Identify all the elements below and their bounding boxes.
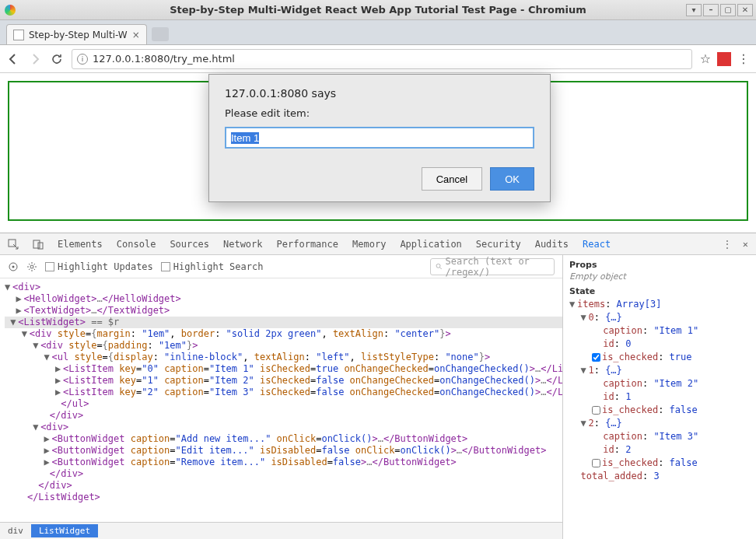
tab-console[interactable]: Console <box>117 239 156 250</box>
tree-line[interactable]: ▶<ButtonWidget caption="Remove item..." … <box>5 457 562 468</box>
props-empty-label: Empty object <box>569 271 750 282</box>
tree-line[interactable]: ▶<TextWidget>…</TextWidget> <box>5 305 562 317</box>
state-row[interactable]: ▼2: {…} <box>569 417 750 430</box>
extension-icon[interactable] <box>717 52 731 66</box>
new-tab-button[interactable] <box>152 27 169 41</box>
svg-point-6 <box>436 264 440 268</box>
state-row: id: 1 <box>569 390 750 404</box>
state-row[interactable]: is_checked: false <box>569 457 750 470</box>
highlight-updates-checkbox[interactable]: Highlight Updates <box>45 261 153 272</box>
tree-line[interactable]: </ListWidget> <box>5 492 562 503</box>
tab-memory[interactable]: Memory <box>352 239 386 250</box>
window-hide-button[interactable]: – <box>703 4 719 16</box>
url-text: 127.0.0.1:8080/try_me.html <box>93 53 235 65</box>
tab-react[interactable]: React <box>583 239 611 250</box>
crumb-listwidget[interactable]: ListWidget <box>31 524 98 537</box>
browser-tab[interactable]: Step-by-Step Multi-W × <box>6 24 147 44</box>
is-checked-checkbox[interactable] <box>592 353 600 362</box>
state-row: caption: "Item 2" <box>569 377 750 390</box>
devtools-menu-icon[interactable]: ⋮ <box>723 239 732 250</box>
tab-network[interactable]: Network <box>223 239 263 250</box>
is-checked-checkbox[interactable] <box>592 459 600 467</box>
svg-point-4 <box>12 265 15 268</box>
breadcrumb: div ListWidget <box>0 522 562 539</box>
state-row: caption: "Item 1" <box>569 324 750 338</box>
tree-line[interactable]: ▼<div> <box>5 422 562 433</box>
state-row[interactable]: ▼0: {…} <box>569 311 750 324</box>
state-row: total_added: 3 <box>569 470 750 483</box>
tree-line[interactable]: ▼<div style={margin: "1em", border: "sol… <box>5 328 562 340</box>
state-row[interactable]: is_checked: true <box>569 351 750 364</box>
tree-line[interactable]: </div> <box>5 468 562 480</box>
tab-application[interactable]: Application <box>400 239 461 250</box>
page-viewport: 127.0.0.1:8080 says Please edit item: Ca… <box>0 73 756 233</box>
highlight-search-checkbox[interactable]: Highlight Search <box>161 261 264 272</box>
tab-security[interactable]: Security <box>476 239 521 250</box>
trace-icon[interactable] <box>8 261 19 272</box>
tab-sources[interactable]: Sources <box>170 239 209 250</box>
favicon-icon <box>13 30 24 40</box>
is-checked-checkbox[interactable] <box>592 406 600 415</box>
tree-line[interactable]: ▶<ButtonWidget caption="Edit item..." is… <box>5 445 562 457</box>
react-devtools-toolbar: Highlight Updates Highlight Search Searc… <box>0 255 562 278</box>
state-row: id: 2 <box>569 443 750 457</box>
dialog-message: Please edit item: <box>225 107 534 119</box>
chrome-menu-button[interactable]: ⋮ <box>737 51 750 66</box>
tree-line[interactable]: ▶<ButtonWidget caption="Add new item..."… <box>5 433 562 445</box>
tree-line[interactable]: ▼<ul style={display: "inline-block", tex… <box>5 352 562 363</box>
react-component-tree[interactable]: ▼<div> ▶<HelloWidget>…</HelloWidget> ▶<T… <box>0 278 562 522</box>
tree-line[interactable]: ▶<ListItem key="2" caption="Item 3" isCh… <box>5 387 562 398</box>
tree-line[interactable]: </div> <box>5 410 562 422</box>
settings-gear-icon[interactable] <box>26 261 37 272</box>
window-title: Step-by-Step Multi-Widget React Web App … <box>170 4 586 16</box>
arrow-right-icon <box>29 53 41 65</box>
ok-button[interactable]: OK <box>490 167 534 191</box>
state-row[interactable]: ▼1: {…} <box>569 364 750 377</box>
devtools-close-icon[interactable]: ✕ <box>743 239 748 250</box>
reload-icon <box>51 53 63 65</box>
tab-elements[interactable]: Elements <box>58 239 103 250</box>
device-toolbar-icon[interactable] <box>33 239 44 250</box>
state-row[interactable]: ▼items: Array[3] <box>569 298 750 311</box>
forward-button[interactable] <box>28 52 42 66</box>
tab-performance[interactable]: Performance <box>277 239 338 250</box>
back-button[interactable] <box>6 52 20 66</box>
tree-line[interactable]: ▶<HelloWidget>…</HelloWidget> <box>5 293 562 305</box>
tab-title: Step-by-Step Multi-W <box>29 30 128 40</box>
tab-close-button[interactable]: × <box>132 30 140 40</box>
tree-line[interactable]: </ul> <box>5 398 562 410</box>
search-icon <box>436 262 442 271</box>
dialog-input[interactable] <box>225 127 534 149</box>
inspect-element-icon[interactable] <box>8 239 19 250</box>
address-bar: i 127.0.0.1:8080/try_me.html ☆ ⋮ <box>0 45 756 73</box>
dialog-title: 127.0.0.1:8080 says <box>225 87 534 100</box>
state-row[interactable]: is_checked: false <box>569 404 750 417</box>
tab-audits[interactable]: Audits <box>535 239 569 250</box>
js-prompt-dialog: 127.0.0.1:8080 says Please edit item: Ca… <box>208 74 551 202</box>
window-minimize-button[interactable]: ▾ <box>686 4 702 16</box>
tree-line[interactable]: ▼<div style={padding: "1em"}> <box>5 340 562 352</box>
crumb-div[interactable]: div <box>0 524 31 537</box>
window-maximize-button[interactable]: ▢ <box>720 4 736 16</box>
devtools-tabbar: Elements Console Sources Network Perform… <box>0 233 756 255</box>
state-heading: State <box>569 286 750 296</box>
bookmark-star-icon[interactable]: ☆ <box>700 51 711 66</box>
tree-line[interactable]: ▼<div> <box>5 282 562 293</box>
devtools-panel: Elements Console Sources Network Perform… <box>0 233 756 539</box>
window-titlebar: Step-by-Step Multi-Widget React Web App … <box>0 0 756 20</box>
tree-line[interactable]: ▶<ListItem key="0" caption="Item 1" isCh… <box>5 363 562 375</box>
reload-button[interactable] <box>50 52 64 66</box>
cancel-button[interactable]: Cancel <box>422 167 482 191</box>
url-input[interactable]: i 127.0.0.1:8080/try_me.html <box>72 49 692 69</box>
state-row: id: 0 <box>569 338 750 351</box>
props-state-panel: PropsEmpty objectState▼items: Array[3] ▼… <box>563 255 756 539</box>
chromium-icon <box>5 5 16 16</box>
tree-line[interactable]: ▶<ListItem key="1" caption="Item 2" isCh… <box>5 375 562 387</box>
site-info-icon[interactable]: i <box>77 54 88 65</box>
tree-line[interactable]: ▼<ListWidget> == $r <box>5 317 562 328</box>
search-input[interactable]: Search (text or /regex/) <box>430 258 555 275</box>
window-close-button[interactable]: ✕ <box>737 4 753 16</box>
props-heading: Props <box>569 260 750 270</box>
svg-point-5 <box>30 265 33 268</box>
tree-line[interactable]: </div> <box>5 480 562 492</box>
